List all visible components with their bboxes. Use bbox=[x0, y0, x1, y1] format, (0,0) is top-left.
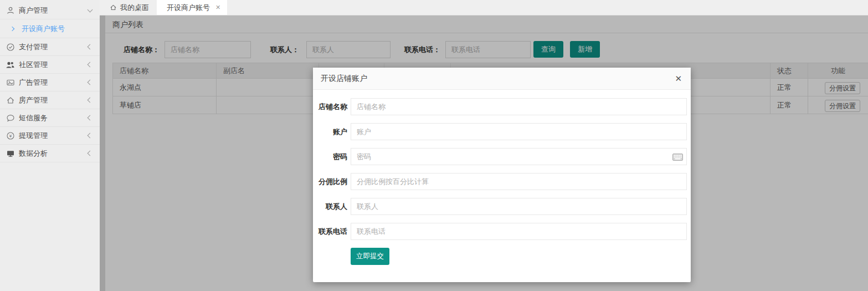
modal-field-commission: 分佣比例 bbox=[313, 173, 687, 190]
modal-field-shop-name: 店铺名称 bbox=[313, 98, 687, 115]
shop-name-field[interactable] bbox=[351, 98, 687, 115]
modal-field-password: 密码 bbox=[313, 148, 687, 165]
chevron-left-icon bbox=[88, 62, 93, 68]
sidebar-item-community-management[interactable]: 社区管理 bbox=[0, 56, 100, 74]
sidebar-item-label: 数据分析 bbox=[19, 149, 48, 159]
sidebar: 商户管理 开设商户账号 支付管理 社区管理 广告管理 bbox=[0, 0, 100, 291]
commission-ratio-field[interactable] bbox=[351, 173, 687, 190]
modal-field-phone: 联系电话 bbox=[313, 223, 687, 240]
home-icon bbox=[6, 95, 15, 105]
open-shop-account-modal: 开设店铺账户 ✕ 店铺名称 账户 密码 分佣比例 联系人 bbox=[313, 68, 691, 282]
sidebar-item-label: 提现管理 bbox=[19, 131, 48, 141]
account-field[interactable] bbox=[351, 123, 687, 140]
sidebar-item-data-analysis[interactable]: 数据分析 bbox=[0, 145, 100, 162]
sidebar-item-sms-service[interactable]: 短信服务 bbox=[0, 109, 100, 127]
sidebar-item-withdrawal-management[interactable]: ¥ 提现管理 bbox=[0, 127, 100, 145]
field-label: 店铺名称 bbox=[313, 102, 347, 112]
sidebar-item-label: 房产管理 bbox=[19, 95, 48, 105]
modal-title: 开设店铺账户 bbox=[321, 74, 367, 84]
sidebar-item-payment-management[interactable]: 支付管理 bbox=[0, 38, 100, 56]
close-icon[interactable]: ✕ bbox=[215, 4, 220, 11]
sidebar-item-label: 短信服务 bbox=[19, 113, 48, 123]
comment-icon bbox=[6, 113, 15, 122]
contact-person-field[interactable] bbox=[351, 198, 687, 215]
tab-my-desktop[interactable]: 我的桌面 bbox=[102, 0, 157, 15]
chevron-left-icon bbox=[88, 133, 93, 139]
monitor-icon bbox=[6, 149, 15, 158]
sidebar-item-label: 广告管理 bbox=[19, 78, 48, 88]
submit-button[interactable]: 立即提交 bbox=[351, 248, 389, 265]
sidebar-item-merchant-management[interactable]: 商户管理 bbox=[0, 2, 100, 19]
sidebar-item-label: 商户管理 bbox=[19, 6, 48, 16]
chevron-left-icon bbox=[88, 44, 93, 50]
tab-open-merchant-account[interactable]: 开设商户账号 ✕ bbox=[157, 0, 227, 15]
sidebar-item-ad-management[interactable]: 广告管理 bbox=[0, 74, 100, 91]
sidebar-item-label: 支付管理 bbox=[19, 42, 48, 52]
svg-text:¥: ¥ bbox=[8, 134, 12, 139]
modal-field-account: 账户 bbox=[313, 123, 687, 140]
keyboard-icon[interactable] bbox=[672, 153, 683, 163]
sidebar-item-open-merchant-account[interactable]: 开设商户账号 bbox=[0, 19, 100, 38]
password-field[interactable] bbox=[351, 148, 687, 165]
tab-label: 开设商户账号 bbox=[167, 3, 210, 13]
sidebar-item-label: 社区管理 bbox=[19, 60, 48, 70]
chevron-left-icon bbox=[88, 115, 93, 121]
sidebar-item-property-management[interactable]: 房产管理 bbox=[0, 91, 100, 109]
field-label: 分佣比例 bbox=[313, 177, 347, 187]
chevron-down-icon bbox=[88, 7, 93, 12]
tabbar: 我的桌面 开设商户账号 ✕ bbox=[100, 0, 868, 16]
field-label: 密码 bbox=[313, 152, 347, 162]
field-label: 联系人 bbox=[313, 202, 347, 212]
chevron-left-icon bbox=[88, 80, 93, 85]
contact-phone-field[interactable] bbox=[351, 223, 687, 240]
chevron-left-icon bbox=[88, 98, 93, 103]
modal-field-contact: 联系人 bbox=[313, 198, 687, 215]
users-icon bbox=[6, 60, 15, 69]
check-circle-icon bbox=[6, 42, 15, 52]
sidebar-subitem-label: 开设商户账号 bbox=[22, 24, 65, 34]
field-label: 账户 bbox=[313, 127, 347, 137]
tab-label: 我的桌面 bbox=[120, 3, 149, 13]
field-label: 联系电话 bbox=[313, 227, 347, 237]
user-icon bbox=[6, 6, 15, 15]
close-icon[interactable]: ✕ bbox=[675, 74, 682, 83]
image-icon bbox=[6, 78, 15, 87]
home-icon bbox=[110, 4, 117, 11]
chevron-right-icon bbox=[10, 26, 14, 30]
yen-circle-icon: ¥ bbox=[6, 131, 15, 140]
modal-header: 开设店铺账户 ✕ bbox=[313, 68, 691, 90]
app-window: 商户管理 开设商户账号 支付管理 社区管理 广告管理 bbox=[0, 0, 868, 291]
chevron-left-icon bbox=[88, 151, 93, 156]
